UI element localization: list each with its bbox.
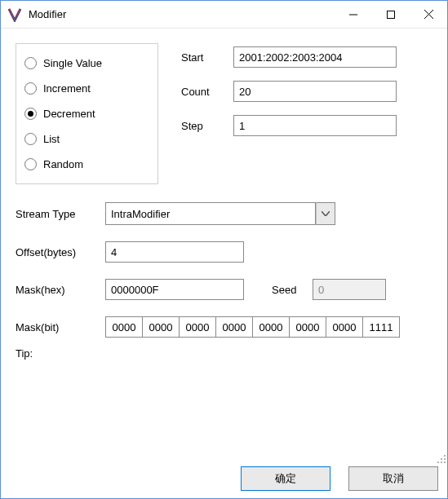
radio-decrement[interactable]: Decrement [24,101,141,126]
tip-label: Tip: [16,347,33,360]
svg-point-5 [441,458,442,460]
radio-icon [24,108,37,120]
dropdown-button[interactable] [316,202,335,225]
step-input[interactable] [233,115,397,136]
count-label: Count [181,86,233,98]
radio-list[interactable]: List [24,126,141,152]
seed-input [313,279,386,300]
cancel-button-label: 取消 [383,471,404,486]
radio-icon [24,57,37,69]
step-label: Step [181,120,233,132]
app-icon [7,7,22,22]
radio-increment[interactable]: Increment [24,76,141,101]
minimize-button[interactable] [335,1,372,29]
svg-point-8 [441,461,442,463]
mask-bit-cell[interactable]: 0000 [105,316,143,338]
mask-hex-label: Mask(hex) [16,284,105,296]
radio-icon [24,82,37,95]
radio-label: List [43,133,60,145]
ok-button[interactable]: 确定 [241,466,330,491]
svg-rect-1 [388,11,395,18]
modifier-type-group: Single Value Increment Decrement List Ra… [16,43,158,184]
radio-icon [24,158,37,170]
radio-icon [24,133,37,145]
mask-bits-row: 0000 0000 0000 0000 0000 0000 0000 1111 [105,316,399,338]
mask-bit-cell[interactable]: 0000 [326,316,363,338]
radio-label: Single Value [43,57,102,69]
mask-bit-cell[interactable]: 0000 [289,316,326,338]
titlebar: Modifier [1,1,447,29]
offset-input[interactable] [105,241,244,263]
mask-bit-cell[interactable]: 1111 [362,316,400,338]
content-area: Single Value Increment Decrement List Ra… [1,29,447,366]
radio-label: Decrement [43,108,95,120]
offset-label: Offset(bytes) [16,246,105,258]
radio-single-value[interactable]: Single Value [24,51,141,76]
window-title: Modifier [29,8,335,20]
mask-hex-input[interactable] [105,279,244,300]
resize-grip-icon [435,453,446,466]
cancel-button[interactable]: 取消 [348,466,438,491]
params-area: Start Count Step [181,43,432,184]
svg-point-7 [437,461,439,463]
stream-type-label: Stream Type [16,208,105,220]
radio-random[interactable]: Random [24,152,141,177]
seed-label: Seed [272,284,313,296]
radio-label: Increment [43,82,91,95]
mask-bit-label: Mask(bit) [16,321,105,333]
radio-label: Random [43,158,83,170]
start-input[interactable] [233,46,397,68]
ok-button-label: 确定 [275,471,296,486]
dialog-buttons: 确定 取消 [241,466,438,491]
count-input[interactable] [233,81,397,102]
mask-bit-cell[interactable]: 0000 [215,316,253,338]
mask-bit-cell[interactable]: 0000 [252,316,290,338]
maximize-button[interactable] [372,1,410,29]
start-label: Start [181,51,233,64]
svg-point-6 [444,458,446,460]
stream-type-value: IntraModifier [105,202,316,225]
mask-bit-cell[interactable]: 0000 [179,316,216,338]
mask-bit-cell[interactable]: 0000 [142,316,180,338]
svg-point-9 [444,461,446,463]
chevron-down-icon [322,211,330,216]
close-button[interactable] [410,1,447,29]
stream-type-select[interactable]: IntraModifier [105,202,335,225]
svg-point-4 [444,455,446,457]
